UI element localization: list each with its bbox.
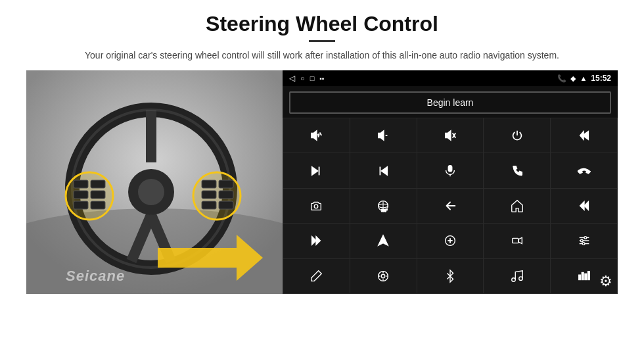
back-nav-icon[interactable]: ◁ [289,74,295,83]
record-button[interactable] [484,224,550,258]
watermark: Seicane [66,268,125,285]
svg-marker-30 [446,131,451,141]
gear-icon[interactable]: ⚙ [599,273,612,290]
subtitle: Your original car's steering wheel contr… [72,49,572,62]
svg-text:360°: 360° [381,209,388,212]
svg-rect-14 [74,201,88,209]
home-nav-icon[interactable]: ○ [300,74,305,82]
skip-forward-button[interactable] [283,153,350,187]
svg-point-69 [519,277,523,281]
hang-up-button[interactable] [551,153,617,187]
skip-back-button[interactable] [350,153,417,187]
svg-rect-71 [582,272,584,279]
page-container: Steering Wheel Control Your original car… [0,0,644,300]
svg-rect-19 [202,191,216,199]
svg-rect-9 [66,172,113,220]
rewind-button[interactable] [551,189,617,223]
icon-grid: 360° [283,118,618,294]
mute-button[interactable] [417,118,484,153]
svg-rect-39 [448,165,452,171]
svg-line-27 [320,133,322,136]
navigate-button[interactable] [350,224,417,258]
svg-point-68 [512,278,516,282]
svg-marker-55 [518,238,522,244]
svg-rect-12 [74,191,88,199]
svg-rect-17 [202,180,216,188]
svg-marker-47 [580,202,584,210]
svg-marker-50 [379,235,388,246]
svg-rect-18 [219,180,233,188]
swap-button[interactable] [417,224,484,258]
bluetooth-button[interactable] [417,259,484,293]
svg-point-60 [584,237,587,239]
svg-point-63 [381,274,385,278]
location-status-icon: ◆ [570,74,576,83]
car-image-bg: Seicane [26,70,283,294]
svg-point-7 [138,179,164,205]
svg-point-41 [315,204,319,208]
svg-marker-24 [311,131,317,141]
title-divider [309,40,335,42]
home-button[interactable] [484,189,550,223]
power-button[interactable] [484,118,550,153]
mic-button[interactable] [417,153,484,187]
svg-marker-28 [379,131,384,141]
svg-rect-70 [578,275,580,279]
svg-rect-54 [512,239,518,243]
svg-rect-11 [91,180,105,188]
pen-button[interactable] [283,259,350,293]
fast-forward-button[interactable] [283,224,350,258]
svg-point-61 [582,243,585,245]
svg-rect-20 [219,191,233,199]
svg-point-59 [580,240,583,243]
begin-learn-row: Begin learn [283,86,618,118]
content-area: Seicane ◁ ○ □ ▪▪ 📞 ◆ [26,70,618,294]
svg-rect-10 [74,180,88,188]
title-section: Steering Wheel Control Your original car… [26,12,618,62]
status-bar: ◁ ○ □ ▪▪ 📞 ◆ ▲ 15:52 [283,70,618,86]
time-display: 15:52 [591,74,611,83]
view-360-button[interactable]: 360° [350,189,417,223]
sd-card-icon: ▪▪ [319,75,324,82]
android-ui: ◁ ○ □ ▪▪ 📞 ◆ ▲ 15:52 Begin learn [283,70,618,294]
svg-marker-34 [580,132,584,140]
status-bar-right: 📞 ◆ ▲ 15:52 [557,74,611,83]
svg-rect-72 [585,274,587,279]
prev-track-button[interactable] [551,118,617,153]
car-image-section: Seicane [26,70,283,294]
eq-button[interactable] [551,224,617,258]
begin-learn-button[interactable]: Begin learn [289,91,611,114]
wifi-status-icon: ▲ [580,74,587,82]
svg-rect-73 [587,271,589,279]
svg-marker-46 [584,202,588,210]
svg-marker-48 [312,237,316,245]
page-title: Steering Wheel Control [26,12,618,36]
svg-marker-37 [381,166,387,175]
phone-status-icon: 📞 [557,74,566,83]
status-bar-left: ◁ ○ □ ▪▪ [289,74,324,83]
svg-rect-13 [91,191,105,199]
phone-answer-button[interactable] [484,153,550,187]
vol-up-button[interactable] [283,118,350,153]
camera-button[interactable] [283,189,350,223]
settings-circle-button[interactable] [350,259,417,293]
svg-rect-21 [202,201,216,209]
svg-marker-35 [312,166,318,175]
svg-rect-15 [91,201,105,209]
back-button[interactable] [417,189,484,223]
recents-icon[interactable]: □ [310,74,315,82]
steering-wheel-illustration [26,70,283,294]
vol-down-button[interactable] [350,118,417,153]
svg-rect-22 [219,201,233,209]
music-button[interactable] [484,259,550,293]
svg-marker-49 [316,237,320,245]
